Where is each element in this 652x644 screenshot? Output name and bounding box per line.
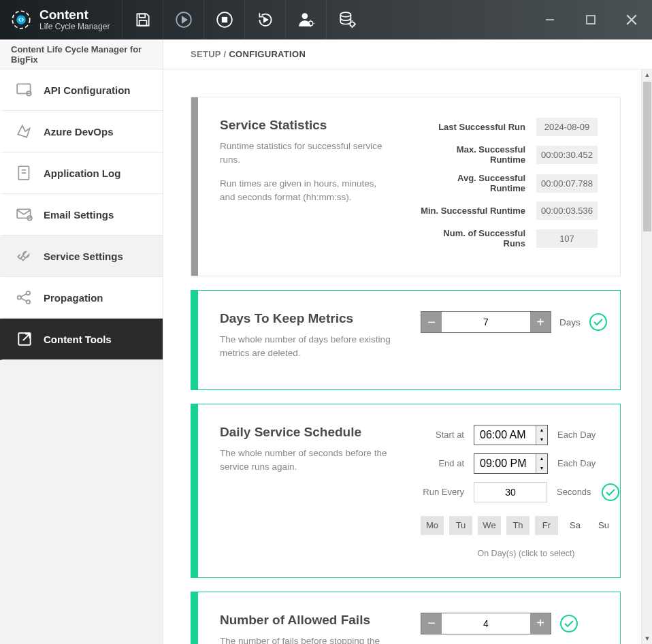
svg-rect-6: [223, 18, 227, 22]
day-tu[interactable]: Tu: [449, 516, 472, 535]
app-title: Content: [39, 8, 110, 22]
db-settings-button[interactable]: [326, 0, 367, 39]
nav-email-settings[interactable]: Email Settings: [0, 194, 163, 236]
app-logo-icon: [10, 8, 33, 31]
window-controls: [529, 0, 652, 39]
nav-service-settings[interactable]: Service Settings: [0, 236, 163, 277]
card-allowed-fails: Number of Allowed Fails The number of fa…: [191, 592, 621, 645]
card-title: Service Statistics: [220, 118, 393, 133]
nav-propagation[interactable]: Propagation: [0, 277, 163, 319]
nav-label: Propagation: [44, 292, 103, 304]
play-button[interactable]: [163, 0, 203, 39]
svg-line-25: [21, 294, 27, 297]
day-sa[interactable]: Sa: [564, 516, 587, 535]
svg-rect-15: [17, 84, 30, 93]
svg-point-1: [16, 15, 26, 25]
svg-rect-2: [139, 14, 145, 17]
card-desc: Run times are given in hours, minutes, a…: [220, 177, 393, 205]
card-daily-service-schedule: Daily Service Schedule The whole number …: [191, 404, 621, 578]
fails-stepper: − +: [421, 613, 551, 634]
nav-application-log[interactable]: Application Log: [0, 152, 163, 194]
nav-api-configuration[interactable]: API Configuration: [0, 69, 163, 111]
user-settings-button[interactable]: [285, 0, 326, 39]
toolbar: [122, 0, 367, 39]
svg-point-29: [602, 484, 619, 500]
spin-down[interactable]: ▼: [536, 435, 547, 445]
fails-input[interactable]: [442, 613, 530, 634]
stats-table: Last Successful Run2024-08-09 Max. Succe…: [421, 118, 600, 257]
stat-value: 107: [536, 229, 598, 248]
card-title: Number of Allowed Fails: [220, 613, 393, 628]
share-icon: [15, 288, 34, 307]
start-time-input[interactable]: ▲▼: [474, 425, 548, 445]
card-days-to-keep-metrics: Days To Keep Metrics The whole number of…: [191, 290, 621, 390]
spin-down[interactable]: ▼: [536, 464, 547, 473]
scroll-up-icon[interactable]: ▲: [642, 69, 652, 80]
breadcrumb-root[interactable]: SETUP: [191, 49, 221, 59]
nav-label: Email Settings: [44, 209, 114, 221]
svg-point-28: [590, 314, 606, 330]
log-icon: [15, 163, 34, 182]
sidebar: API Configuration Azure DevOps Applicati…: [0, 69, 163, 644]
valid-check-icon: [589, 312, 608, 332]
day-th[interactable]: Th: [506, 516, 529, 535]
spin-up[interactable]: ▲: [536, 454, 547, 464]
save-button[interactable]: [122, 0, 163, 39]
increment-button[interactable]: +: [530, 312, 551, 332]
card-desc: The whole number of seconds before the s…: [220, 447, 393, 474]
azure-icon: [15, 122, 34, 141]
breadcrumb-active: CONFIGURATION: [229, 49, 306, 59]
screen-gear-icon: [15, 80, 34, 99]
content-area: Service Statistics Runtime statistics fo…: [163, 69, 652, 644]
start-label: Start at: [421, 430, 464, 440]
wrench-icon: [15, 246, 34, 265]
titlebar: Content Life Cycle Manager: [0, 0, 652, 39]
replay-button[interactable]: [244, 0, 285, 39]
svg-point-7: [301, 13, 308, 19]
day-fr[interactable]: Fr: [535, 516, 558, 535]
day-we[interactable]: We: [478, 516, 501, 535]
stat-value: 2024-08-09: [536, 118, 598, 136]
card-desc: The whole number of days before existing…: [220, 333, 393, 361]
valid-check-icon: [559, 614, 578, 633]
scrollbar[interactable]: ▲ ▼: [641, 69, 652, 644]
day-mo[interactable]: Mo: [421, 516, 444, 535]
run-every-input[interactable]: [474, 482, 547, 502]
decrement-button[interactable]: −: [421, 613, 442, 634]
breadcrumb: SETUP / CONFIGURATION: [163, 49, 333, 59]
svg-point-10: [350, 22, 355, 27]
stop-button[interactable]: [203, 0, 244, 39]
scrollbar-thumb[interactable]: [643, 82, 651, 231]
close-button[interactable]: [611, 0, 652, 39]
nav-content-tools[interactable]: Content Tools: [0, 319, 163, 360]
spin-up[interactable]: ▲: [536, 425, 547, 435]
end-time-input[interactable]: ▲▼: [474, 453, 548, 474]
stat-value: 00:00:03.536: [536, 202, 598, 220]
days-hint: On Day(s) (click to select): [421, 549, 632, 558]
svg-line-26: [21, 298, 27, 301]
nav-label: Application Log: [44, 167, 120, 179]
svg-rect-3: [139, 20, 146, 26]
card-service-statistics: Service Statistics Runtime statistics fo…: [191, 97, 621, 276]
nav-label: API Configuration: [44, 84, 131, 96]
minimize-button[interactable]: [529, 0, 570, 39]
maximize-button[interactable]: [570, 0, 611, 39]
metrics-stepper: − +: [421, 311, 551, 333]
unit-label: Days: [559, 317, 581, 327]
increment-button[interactable]: +: [530, 613, 551, 634]
nav-azure-devops[interactable]: Azure DevOps: [0, 111, 163, 152]
day-su[interactable]: Su: [592, 516, 615, 535]
scroll-down-icon[interactable]: ▼: [642, 633, 652, 644]
nav-label: Azure DevOps: [44, 126, 114, 138]
valid-check-icon: [601, 483, 620, 502]
day-selector: Mo Tu We Th Fr Sa Su: [421, 516, 632, 535]
decrement-button[interactable]: −: [421, 312, 442, 332]
card-desc: The number of fails before stopping the …: [220, 634, 393, 645]
stat-value: 00:00:30.452: [536, 146, 598, 164]
svg-point-30: [561, 615, 577, 632]
card-desc: Runtime statistics for successful servic…: [220, 140, 393, 167]
metrics-input[interactable]: [442, 312, 530, 332]
scroll-pane[interactable]: Service Statistics Runtime statistics fo…: [163, 69, 641, 644]
card-title: Days To Keep Metrics: [220, 311, 393, 326]
svg-rect-12: [587, 16, 595, 24]
